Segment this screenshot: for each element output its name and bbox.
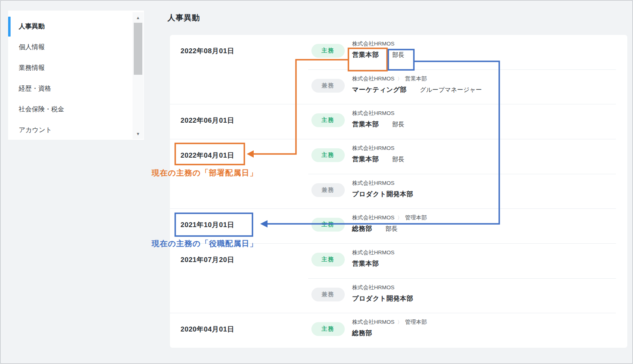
company-name: 株式会社HRMOS xyxy=(352,284,394,291)
timeline-entry: 兼務 株式会社HRMOS プロダクト開発本部 xyxy=(308,174,616,208)
company-name: 株式会社HRMOS xyxy=(352,40,394,48)
assignment-badge: 主務 xyxy=(311,218,345,232)
date-column: 2021年10月01日 xyxy=(170,209,308,243)
scroll-down-arrow-icon[interactable]: ▼ xyxy=(133,129,144,138)
sidebar-scrollbar[interactable]: ▲ ▼ xyxy=(133,12,144,139)
assignment-badge: 兼務 xyxy=(311,79,345,93)
group-entries: 主務 株式会社HRMOS 営業本部 部長 xyxy=(308,104,616,139)
company-line: 株式会社HRMOS xyxy=(352,145,404,152)
entry-date: 2021年07月20日 xyxy=(181,255,308,264)
assignment-badge: 兼務 xyxy=(311,288,345,301)
group-entries: 主務 株式会社HRMOS 営業本部 部長 兼務 株式会社HRMOS プロダクト開… xyxy=(308,139,616,208)
sidebar-item-label: アカウント xyxy=(19,126,52,134)
scroll-up-arrow-icon[interactable]: ▲ xyxy=(133,13,144,22)
department-name: プロダクト開発本部 xyxy=(352,295,413,302)
company-line: 株式会社HRMOS xyxy=(352,284,413,291)
entry-info: 株式会社HRMOS プロダクト開発本部 xyxy=(352,284,413,313)
group-entries: 主務 株式会社HRMOS 〉 管理本部 総務部 xyxy=(308,313,616,348)
page-title: 人事異動 xyxy=(167,13,200,23)
company-name: 株式会社HRMOS xyxy=(352,318,394,326)
sidebar-item-label: 人事異動 xyxy=(19,22,45,31)
chevron-separator-icon: 〉 xyxy=(397,214,402,221)
sidebar-item-label: 業務情報 xyxy=(19,64,45,72)
sidebar-nav: 人事異動 個人情報 業務情報 経歴・資格 社会保険・税金 アカウント xyxy=(8,11,144,141)
entry-info: 株式会社HRMOS 〉 営業本部 マーケティング部 グループマネージャー xyxy=(352,75,482,104)
active-indicator xyxy=(8,17,11,37)
timeline-entry: 主務 株式会社HRMOS 営業本部 部長 xyxy=(308,139,616,174)
timeline-group: 2022年04月01日 主務 株式会社HRMOS 営業本部 部長 兼務 株式会社… xyxy=(170,139,616,208)
assignment-line: 総務部 部長 xyxy=(352,225,427,233)
company-line: 株式会社HRMOS 〉 営業本部 xyxy=(352,75,482,82)
assignment-line: プロダクト開発本部 xyxy=(352,295,413,303)
timeline-entry: 主務 株式会社HRMOS 営業本部 部長 xyxy=(308,104,616,139)
company-name: 株式会社HRMOS xyxy=(352,249,394,256)
entry-date: 2022年06月01日 xyxy=(181,116,308,125)
entry-date: 2022年04月01日 xyxy=(181,151,308,160)
position-name: 部長 xyxy=(392,156,404,162)
company-name: 株式会社HRMOS xyxy=(352,145,394,152)
company-line: 株式会社HRMOS xyxy=(352,180,413,187)
scrollbar-thumb[interactable] xyxy=(134,23,142,75)
timeline-card: 2022年08月01日 主務 株式会社HRMOS 営業本部 部長 兼務 株式会社… xyxy=(170,35,627,348)
company-name: 株式会社HRMOS xyxy=(352,180,394,187)
assignment-line: 営業本部 部長 xyxy=(352,51,404,59)
position-name: 部長 xyxy=(392,121,404,128)
department-name: 総務部 xyxy=(352,225,372,232)
hrmos-employee-profile-screen: 人事異動 個人情報 業務情報 経歴・資格 社会保険・税金 アカウント ▲ ▼ 人… xyxy=(0,0,633,364)
sidebar-item-default[interactable]: 個人情報 xyxy=(8,37,144,58)
sidebar-item-label: 経歴・資格 xyxy=(19,84,51,93)
timeline-entry: 主務 株式会社HRMOS 〉 管理本部 総務部 部長 xyxy=(308,209,616,243)
assignment-badge: 主務 xyxy=(311,44,345,58)
assignment-line: 営業本部 xyxy=(352,260,394,268)
timeline-entry: 主務 株式会社HRMOS 営業本部 部長 xyxy=(308,35,616,69)
org-name: 管理本部 xyxy=(405,318,427,326)
date-column: 2022年06月01日 xyxy=(170,104,308,139)
entry-info: 株式会社HRMOS 〉 管理本部 総務部 xyxy=(352,318,427,348)
assignment-badge: 主務 xyxy=(311,148,345,162)
date-column: 2021年07月20日 xyxy=(170,244,308,313)
chevron-separator-icon: 〉 xyxy=(397,319,402,326)
company-name: 株式会社HRMOS xyxy=(352,110,394,117)
entry-date: 2020年04月01日 xyxy=(181,325,308,334)
sidebar-item-label: 個人情報 xyxy=(19,43,45,52)
timeline-entry: 主務 株式会社HRMOS 〉 管理本部 総務部 xyxy=(308,313,616,348)
date-column: 2022年04月01日 xyxy=(170,139,308,208)
sidebar-item-label: 社会保険・税金 xyxy=(19,105,64,114)
assignment-line: プロダクト開発本部 xyxy=(352,190,413,199)
company-line: 株式会社HRMOS 〉 管理本部 xyxy=(352,214,427,221)
entry-info: 株式会社HRMOS 〉 管理本部 総務部 部長 xyxy=(352,214,427,243)
company-line: 株式会社HRMOS xyxy=(352,249,394,256)
department-name: 営業本部 xyxy=(352,156,379,162)
department-name: 総務部 xyxy=(352,329,372,336)
timeline-group: 2021年07月20日 主務 株式会社HRMOS 営業本部 兼務 株式会社HRM… xyxy=(170,243,616,313)
sidebar-item-default[interactable]: 業務情報 xyxy=(8,58,144,78)
date-column: 2020年04月01日 xyxy=(170,313,308,348)
group-entries: 主務 株式会社HRMOS 営業本部 部長 兼務 株式会社HRMOS 〉 営業本部… xyxy=(308,35,616,104)
timeline-group: 2021年10月01日 主務 株式会社HRMOS 〉 管理本部 総務部 部長 xyxy=(170,208,616,243)
timeline-group: 2022年06月01日 主務 株式会社HRMOS 営業本部 部長 xyxy=(170,104,616,139)
department-name: 営業本部 xyxy=(352,121,379,128)
entry-date: 2022年08月01日 xyxy=(181,46,308,56)
entry-info: 株式会社HRMOS 営業本部 部長 xyxy=(352,144,404,174)
sidebar-item-active[interactable]: 人事異動 xyxy=(8,16,144,37)
org-name: 営業本部 xyxy=(405,75,427,82)
assignment-badge: 主務 xyxy=(311,253,345,266)
sidebar-item-default[interactable]: 社会保険・税金 xyxy=(8,99,144,120)
sidebar-item-default[interactable]: 経歴・資格 xyxy=(8,78,144,99)
company-line: 株式会社HRMOS xyxy=(352,40,404,48)
date-column: 2022年08月01日 xyxy=(170,35,308,104)
entry-info: 株式会社HRMOS 営業本部 部長 xyxy=(352,40,404,69)
department-name: 営業本部 xyxy=(352,51,379,58)
assignment-line: マーケティング部 グループマネージャー xyxy=(352,86,482,94)
entry-info: 株式会社HRMOS プロダクト開発本部 xyxy=(352,179,413,208)
assignment-badge: 主務 xyxy=(311,322,345,336)
sidebar-item-default[interactable]: アカウント xyxy=(8,120,144,141)
department-name: マーケティング部 xyxy=(352,86,407,93)
assignment-badge: 主務 xyxy=(311,113,345,127)
entry-info: 株式会社HRMOS 営業本部 部長 xyxy=(352,109,404,139)
position-name: グループマネージャー xyxy=(420,86,482,93)
assignment-line: 営業本部 部長 xyxy=(352,155,404,164)
assignment-line: 営業本部 部長 xyxy=(352,120,404,129)
timeline-entry: 兼務 株式会社HRMOS 〉 営業本部 マーケティング部 グループマネージャー xyxy=(308,69,616,104)
group-entries: 主務 株式会社HRMOS 〉 管理本部 総務部 部長 xyxy=(308,209,616,243)
